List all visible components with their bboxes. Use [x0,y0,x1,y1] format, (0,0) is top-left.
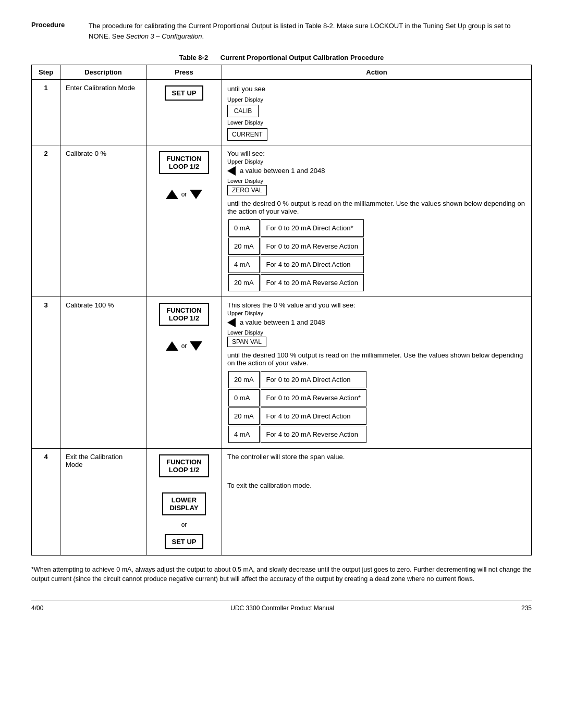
step-4: 4 [32,448,60,555]
arrow-up-icon-3[interactable] [166,341,178,351]
col-header-step: Step [32,65,60,80]
col-header-action: Action [222,65,532,80]
lower-display-button[interactable]: LOWERDISPLAY [162,492,205,515]
footer-left: 4/00 [31,604,43,612]
arrow-left-icon-2 [227,166,236,176]
table-row-3: 3 Calibrate 100 % FUNCTIONLOOP 1/2 or Th… [32,297,532,448]
col-header-desc: Description [60,65,146,80]
step-3: 3 [32,297,60,448]
footer-center: UDC 3300 Controller Product Manual [230,604,334,612]
procedure-label: Procedure [31,21,78,41]
arrow-up-icon-2[interactable] [166,190,178,199]
function-loop-button-3[interactable]: FUNCTIONLOOP 1/2 [159,303,209,326]
press-4: FUNCTIONLOOP 1/2 LOWERDISPLAY or SET UP [146,448,222,555]
desc-2: Calibrate 0 % [60,145,146,297]
action-1: until you see Upper Display CALIB Lower … [222,80,532,145]
setup-button-1[interactable]: SET UP [165,85,204,101]
action-3: This stores the 0 % value and you will s… [222,297,532,448]
setup-button-4[interactable]: SET UP [165,534,204,549]
press-3: FUNCTIONLOOP 1/2 or [146,297,222,448]
table-row-1: 1 Enter Calibration Mode SET UP until yo… [32,80,532,145]
press-2: FUNCTIONLOOP 1/2 or [146,145,222,297]
function-loop-button-4[interactable]: FUNCTIONLOOP 1/2 [159,454,209,477]
action-4: The controller will store the span value… [222,448,532,555]
step-1: 1 [32,80,60,145]
footer: 4/00 UDC 3300 Controller Product Manual … [31,600,532,612]
arrow-left-icon-3 [227,318,236,327]
desc-4: Exit the Calibration Mode [60,448,146,555]
step-2: 2 [32,145,60,297]
action-2: You will see: Upper Display a value betw… [222,145,532,297]
table-row-4: 4 Exit the Calibration Mode FUNCTIONLOOP… [32,448,532,555]
ma-table-2: 0 mAFor 0 to 20 mA Direct Action* 20 mAF… [227,218,365,292]
press-1: SET UP [146,80,222,145]
footer-right: 235 [521,604,532,612]
calibration-table: Step Description Press Action 1 Enter Ca… [31,65,532,556]
footnote: *When attempting to achieve 0 mA, always… [31,565,532,585]
table-row-2: 2 Calibrate 0 % FUNCTIONLOOP 1/2 or You … [32,145,532,297]
col-header-press: Press [146,65,222,80]
procedure-text: The procedure for calibrating the Curren… [89,21,532,41]
arrow-down-icon-3[interactable] [190,341,202,351]
procedure-section: Procedure The procedure for calibrating … [31,21,532,41]
desc-1: Enter Calibration Mode [60,80,146,145]
ma-table-3: 20 mAFor 0 to 20 mA Direct Action 0 mAFo… [227,370,368,444]
table-title: Table 8-2 Current Proportional Output Ca… [31,54,532,61]
function-loop-button-2[interactable]: FUNCTIONLOOP 1/2 [159,151,209,174]
desc-3: Calibrate 100 % [60,297,146,448]
arrow-down-icon-2[interactable] [190,190,202,199]
